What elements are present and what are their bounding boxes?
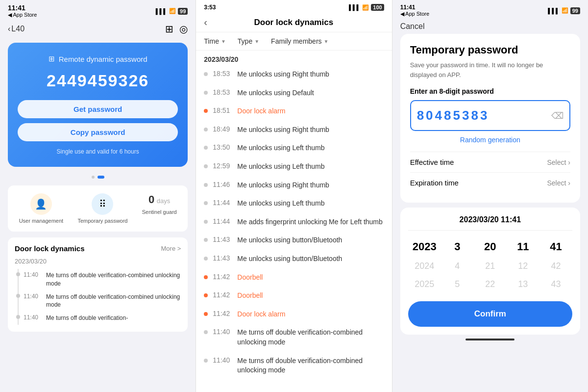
- wifi-icon-2: 📶: [362, 4, 369, 11]
- panel-1: 11:41 ◀ App Store ▌▌▌ 📶 99 ‹ L40 ⊞ ◎ ⊞ R…: [0, 0, 196, 392]
- log-item: 11:43Me unlocks using button/Bluetooth: [196, 231, 392, 250]
- app-store-1: ◀ App Store: [8, 12, 37, 18]
- time-1: 11:41: [8, 4, 37, 12]
- picker-item-minutes-0[interactable]: 41: [539, 236, 572, 257]
- log-date-2: 2023/03/20: [196, 51, 392, 65]
- time-filter-chevron: ▼: [221, 39, 226, 44]
- log-dot: [204, 238, 208, 242]
- effective-time-row[interactable]: Effective time Select ›: [410, 152, 570, 172]
- log-item: 11:42Door lock alarm: [196, 305, 392, 324]
- dot-1: [92, 176, 95, 179]
- picker-item-days-2[interactable]: 22: [474, 275, 507, 293]
- signal-icon-2: ▌▌▌: [349, 4, 360, 10]
- sentinel-guard-item[interactable]: 0 days Sentinel guard: [142, 193, 177, 224]
- wifi-icon-3: 📶: [562, 7, 568, 14]
- picker-item-hours-0[interactable]: 11: [507, 236, 539, 257]
- dot-2: [98, 176, 104, 179]
- nav-icons-1: ⊞ ◎: [165, 23, 188, 35]
- temporary-password-item[interactable]: ⠿ Temporary password: [77, 193, 127, 224]
- log-item: 18:51Door lock alarm: [196, 102, 392, 121]
- temp-password-card: Temporary password Save your password in…: [400, 34, 580, 203]
- log-item: 11:43Me unlocks using button/Bluetooth: [196, 250, 392, 268]
- log-dot: [204, 109, 208, 113]
- picker-item-years-1[interactable]: 2024: [408, 257, 441, 275]
- time-3: 11:41: [400, 4, 429, 11]
- random-gen-button[interactable]: Random generation: [410, 136, 570, 144]
- log-dot: [204, 91, 208, 95]
- log-item: 11:40Me turns off double verification-: [18, 312, 181, 325]
- settings-icon[interactable]: ◎: [179, 23, 188, 35]
- nav-bar-3: Cancel: [392, 19, 588, 34]
- picker-col-years[interactable]: 202320242025: [408, 236, 441, 293]
- time-filter[interactable]: Time ▼: [204, 37, 226, 45]
- picker-item-days-1[interactable]: 21: [474, 257, 507, 275]
- picker-item-months-0[interactable]: 3: [441, 236, 474, 257]
- picker-item-minutes-1[interactable]: 42: [539, 257, 572, 275]
- log-item: 18:53Me unlocks using Right thumb: [196, 65, 392, 84]
- log-item: 11:42Doorbell: [196, 268, 392, 287]
- signal-icon-1: ▌▌▌: [156, 8, 167, 14]
- card-icon: ⊞: [49, 54, 55, 63]
- nav-bar-2: ‹ Door lock dynamics: [196, 13, 392, 32]
- back-button-2[interactable]: ‹: [204, 17, 207, 28]
- status-bar-1: 11:41 ◀ App Store ▌▌▌ 📶 99: [0, 0, 196, 20]
- log-dot: [204, 146, 208, 150]
- picker-item-years-2[interactable]: 2025: [408, 275, 441, 293]
- log-item: 18:49Me unlocks using Right thumb: [196, 121, 392, 139]
- confirm-button[interactable]: Confirm: [408, 301, 572, 327]
- date-picker: 2023/03/20 11:41 20232024202534520212211…: [400, 208, 580, 335]
- picker-item-months-1[interactable]: 4: [441, 257, 474, 275]
- carousel-dots: [0, 176, 196, 179]
- log-dot: [204, 293, 208, 297]
- time-2: 3:53: [204, 4, 216, 11]
- dynamics-date: 2023/03/20: [15, 258, 181, 265]
- panel-3: 11:41 ◀ App Store ▌▌▌ 📶 99 Cancel Tempor…: [392, 0, 588, 392]
- expiration-time-row[interactable]: Expiration time Select ›: [410, 172, 570, 193]
- picker-grid: 202320242025345202122111213414243: [408, 236, 572, 293]
- status-bar-2: 3:53 ▌▌▌ 📶 100: [196, 0, 392, 13]
- temp-pw-desc: Save your password in time. It will no l…: [410, 60, 570, 79]
- picker-item-months-2[interactable]: 5: [441, 275, 474, 293]
- pw-input-box[interactable]: 80485383 ⌫: [410, 100, 570, 131]
- get-password-button[interactable]: Get password: [18, 100, 178, 118]
- log-dot: [204, 257, 208, 261]
- picker-col-days[interactable]: 202122: [474, 236, 507, 293]
- back-button-1[interactable]: ‹ L40: [8, 25, 24, 33]
- dynamics-header: Door lock dynamics More >: [15, 244, 181, 253]
- days-display: 0 days: [148, 193, 170, 206]
- copy-password-button[interactable]: Copy password: [18, 123, 178, 141]
- user-management-item[interactable]: 👤 User management: [19, 193, 64, 224]
- wifi-icon-1: 📶: [169, 8, 176, 14]
- battery-2: 100: [371, 4, 384, 11]
- temporary-password-icon: ⠿: [92, 193, 113, 215]
- user-management-icon: 👤: [30, 193, 52, 215]
- cancel-button[interactable]: Cancel: [400, 22, 425, 31]
- panel-2: 3:53 ▌▌▌ 📶 100 ‹ Door lock dynamics Time…: [196, 0, 392, 392]
- picker-item-hours-2[interactable]: 13: [507, 275, 539, 293]
- log-dot: [204, 275, 208, 279]
- picker-col-months[interactable]: 345: [441, 236, 474, 293]
- type-filter[interactable]: Type ▼: [238, 37, 259, 45]
- family-filter-chevron: ▼: [324, 39, 329, 44]
- log-item: 11:42Doorbell: [196, 287, 392, 305]
- remote-password-card: ⊞ Remote dynamic password 2449459326 Get…: [8, 43, 188, 167]
- picker-col-minutes[interactable]: 414243: [539, 236, 572, 293]
- picker-item-hours-1[interactable]: 12: [507, 257, 539, 275]
- icon-row: 👤 User management ⠿ Temporary password 0…: [8, 185, 188, 232]
- family-filter[interactable]: Family members ▼: [271, 37, 328, 45]
- picker-item-days-0[interactable]: 20: [474, 236, 507, 257]
- log-item: 11:40Me turns off double verification-co…: [196, 352, 392, 380]
- type-filter-chevron: ▼: [254, 39, 259, 44]
- effective-time-select[interactable]: Select ›: [547, 158, 570, 166]
- log-dot: [204, 72, 208, 76]
- page-title-2: Door lock dynamics: [213, 18, 374, 27]
- card-title: ⊞ Remote dynamic password: [18, 54, 178, 63]
- more-link[interactable]: More >: [161, 245, 181, 252]
- expiration-time-select[interactable]: Select ›: [547, 179, 570, 187]
- picker-col-hours[interactable]: 111213: [507, 236, 539, 293]
- picker-item-minutes-2[interactable]: 43: [539, 275, 572, 293]
- picker-item-years-0[interactable]: 2023: [408, 236, 441, 257]
- clear-icon[interactable]: ⌫: [551, 110, 564, 121]
- log-item: 11:40Me turns off double verification-co…: [196, 323, 392, 351]
- grid-icon[interactable]: ⊞: [165, 23, 173, 35]
